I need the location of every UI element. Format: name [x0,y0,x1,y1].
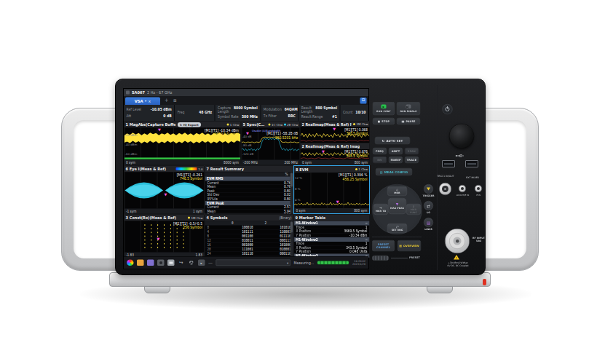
evm-graph[interactable]: 12 % 8 % 4 % ▼ [M1][T1] 0.396 %456.25 Sy… [294,173,369,208]
marker-flag-icon[interactable]: ▼ [165,193,167,197]
window-evm[interactable]: 8 EVM 1 Clrw 12 % 8 % 4 % ▼ [M1][T1] 0.3… [293,165,370,214]
window-eye[interactable]: 6 Eye I(Meas & Ref) 1.0 ▼ [M1][T1] -0.26… [124,165,205,214]
window-marker-table[interactable]: 9 Marker Table M1-Window1− Trace1 X Posi… [293,214,370,258]
marker-flag-icon[interactable]: ▼ [336,200,339,204]
window-realimag-imag[interactable]: 2 RealImag(Meas & Ref) Imag ▼ [M1][T1] 0… [300,143,370,166]
trace-button[interactable]: TRACE [405,157,419,163]
chevron-down-icon[interactable]: ▾ [145,100,146,103]
capture-settings[interactable]: Capture Length8000 Symbol Symbol Rate500… [216,105,261,121]
marker-flag-icon[interactable]: ▼ [158,128,161,132]
mkr-to-button[interactable]: →MKR TO [373,204,388,215]
count-settings[interactable]: Count10/10 [340,105,368,121]
maximize-icon[interactable]: ⊡ [360,98,367,104]
camera-icon[interactable] [157,260,165,266]
sweep-button[interactable]: SWEEP [389,157,403,163]
freq-button[interactable]: FREQ [373,148,387,154]
setting-button[interactable]: SETTING [387,223,407,233]
scrollbar[interactable] [290,173,293,214]
window-realimag-imag-titlebar[interactable]: 2 RealImag(Meas & Ref) Imag [301,143,370,149]
meas-config-button[interactable]: ▥MEAS CONFIG [376,168,412,175]
window-magabs[interactable]: 1 MagAbs(Capture Buffe ↻IQ Export 1 Clrw… [124,121,241,165]
preset-slider[interactable] [372,256,389,261]
marker-symbol: 368.5 Symbol [344,132,368,135]
mkr-func-button[interactable]: ƒMKR FUNC [406,204,421,215]
constellation-graph[interactable]: ▼ [M1][T1] -0.5/-0.5256 Symbol [124,221,205,253]
gear-icon[interactable] [188,260,195,266]
window-evm-titlebar[interactable]: 8 EVM 1 Clrw [294,166,369,173]
amplitude-settings[interactable]: Ref Level-10.05 dBm Att0 dB [124,105,175,121]
magabs-graph[interactable]: -20 dBm -40 dBm -60 dBm ▼ [M1][T1] -10.3… [124,128,241,160]
window-symbols[interactable]: 4 Symbols (Binary) 02 0100010101010 4101… [205,214,293,258]
window-eye-titlebar[interactable]: 6 Eye I(Meas & Ref) 1.0 [124,166,205,173]
trace-legend-label: 1C Clrw [272,123,282,127]
marker-flag-icon[interactable]: ▼ [333,127,336,131]
scrollbar-thumb[interactable] [290,222,293,233]
collapse-icon[interactable]: − [365,238,368,242]
tab-vsa[interactable]: VSA ▾ × [125,98,160,106]
add-tab-icon[interactable]: + [165,98,168,103]
touchscreen[interactable]: SA067 2 Hz - 67 GHz VSA ▾ × + ⊞ ⊡ Ref Le… [123,88,369,269]
window-realimag-real[interactable]: 2 RealImag(Meas & Ref) Real 1M Clrw ▼ [M… [300,121,370,143]
scrollbar[interactable] [290,221,293,258]
window-constellation-titlebar[interactable]: 3 Const(Rx)(Meas & Ref) 1M Clrw [124,215,205,221]
scrollbar-thumb[interactable] [290,173,293,187]
window-constellation[interactable]: 3 Const(Rx)(Meas & Ref) 1M Clrw ▼ [M1][T… [124,214,205,258]
status-dropdown[interactable]: ▾ [216,260,290,266]
marker-flag-icon[interactable]: ▼ [322,150,325,154]
stop-button[interactable]: ■STOP [373,118,395,124]
save-icon[interactable] [147,260,154,266]
settings-bar[interactable]: Ref Level-10.05 dBm Att0 dB Freq48 GHz C… [124,105,368,121]
folder-icon[interactable] [137,260,144,266]
window-realimag-real-titlebar[interactable]: 2 RealImag(Meas & Ref) Real 1M Clrw [301,122,370,127]
bw-button[interactable]: BW [373,157,387,163]
result-settings[interactable]: Result Length800 Symbol Result Range#1 [298,105,340,121]
imag-graph[interactable]: ▼ [M1][T1] 0.676368.5 Symbol [301,149,370,160]
marker-flag-icon[interactable]: ▼ [157,237,160,241]
marker-flag-icon[interactable]: ▼ [246,132,249,135]
marker-table[interactable]: M1-Window1− Trace1 X Position3669.5 Symb… [294,221,370,258]
video-icon[interactable]: ▸ [198,260,205,266]
window-spec[interactable]: 5 Spec(CaptureBuffer, Error) 1C Clrw2E C… [241,121,300,165]
modulation-settings[interactable]: Modulation64QAM Tx FilterRRC [261,105,298,121]
spec-graph[interactable]: Usable (A)Bandwidth -40 dB -80 dB -120 d… [242,128,300,160]
pause-button[interactable]: ▮▮PAUSE [397,118,420,124]
more-icon[interactable]: — [208,260,213,265]
trig-connector-label: TRIG 1 IN/OUT [436,175,455,178]
window-magabs-titlebar[interactable]: 1 MagAbs(Capture Buffe ↻IQ Export 1 Clrw [124,122,241,128]
x-axis: -200 MHz200 MHz [242,160,300,165]
preset-channel-button[interactable]: PRESET CHANNEL [372,240,395,251]
close-tab-icon[interactable]: × [149,99,151,103]
mkr-button[interactable]: ◇MKR [387,186,407,196]
symbol-bits: 001100 [242,234,253,238]
iq-export-button[interactable]: ↻IQ Export [178,122,201,127]
freq-settings[interactable]: Freq48 GHz [175,105,215,121]
undo-icon[interactable]: ↪ [178,260,185,266]
power-button[interactable] [443,104,453,114]
rf-input-label: RF INPUT50Ω [471,237,486,242]
run-cont-button[interactable]: ▶ RUN CONT [373,102,395,115]
collapse-icon[interactable]: − [365,221,368,225]
app-launcher-icon[interactable] [127,260,134,266]
run-single-button[interactable]: ▶▏ RUN SINGLE [397,102,420,115]
trigger-button[interactable] [424,184,433,194]
io-button[interactable]: ⇄ [424,201,433,210]
eye-graph[interactable]: ▼ [M1][T1] -0.261746.5 Symbol [124,173,205,209]
max-peak-button[interactable]: ▼MAX PEAK [388,198,406,214]
lines-button[interactable]: ▤ [424,218,433,227]
overview-button[interactable]: ▦OVERVIEW [398,240,421,251]
printer-icon[interactable] [167,260,175,266]
model-name: SA067 [132,90,145,95]
rotary-knob[interactable] [449,124,474,149]
window-symbols-titlebar[interactable]: 4 Symbols (Binary) [205,215,293,221]
window-result-summary-titlebar[interactable]: 7 Result Summary [205,166,293,173]
real-graph[interactable]: ▼ [M1][T1] 0.068368.5 Symbol [301,127,370,143]
symbols-table[interactable]: 02 0100010101010 4101111110001 800110001… [205,221,293,258]
new-window-icon[interactable]: ⊞ [173,98,177,103]
window-result-summary[interactable]: 7 Result Summary % EVM RMS Current0.76 M… [205,165,293,214]
window-marker-table-titlebar[interactable]: 9 Marker Table [294,215,370,221]
ampt-button[interactable]: AMPT [389,148,403,154]
result-summary-table[interactable]: % EVM RMS Current0.76 Mean0.76 Peak0.80 … [205,173,293,214]
auto-set-button[interactable]: ↻AUTO SET [375,137,410,144]
span-button[interactable]: SPAN [405,148,419,154]
window-spec-titlebar[interactable]: 5 Spec(CaptureBuffer, Error) 1C Clrw2E C… [242,122,300,128]
